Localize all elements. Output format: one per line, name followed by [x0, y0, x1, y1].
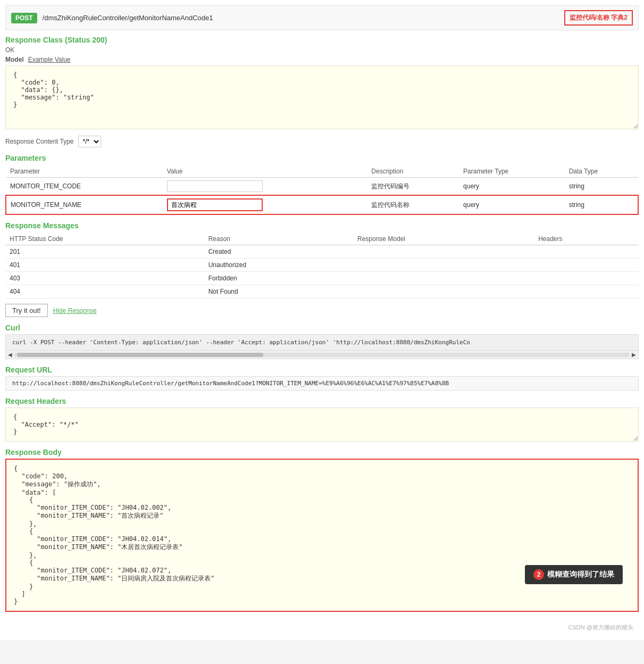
response-messages-title: Response Messages — [5, 221, 639, 230]
resp-row-401: 401 Unauthorized — [5, 259, 639, 272]
model-label: Model — [5, 56, 24, 63]
response-messages-section: Response Messages HTTP Status Code Reaso… — [5, 221, 639, 317]
rct-label: Response Content Type — [5, 138, 74, 145]
headers-404 — [534, 285, 639, 298]
col-parameter-type: Parameter Type — [459, 165, 565, 178]
example-value-tab[interactable]: Example Value — [28, 56, 71, 63]
status-401: 401 — [5, 259, 204, 272]
param-value-code[interactable] — [163, 178, 367, 196]
col-parameter: Parameter — [6, 165, 163, 178]
resp-row-404: 404 Not Found — [5, 285, 639, 298]
col-reason: Reason — [204, 233, 353, 245]
param-desc-name: 监控代码名称 — [367, 195, 459, 214]
response-body-content: { "code": 200, "message": "操作成功", "data"… — [5, 459, 639, 612]
param-row-code: MONITOR_ITEM_CODE 监控代码编号 query string — [6, 178, 638, 196]
param-input-name[interactable] — [167, 198, 263, 211]
request-headers-section: Request Headers { "Accept": "*/*" } — [5, 397, 639, 442]
request-headers-title: Request Headers — [5, 397, 639, 405]
request-url-content: http://localhost:8080/dmsZhiKongRuleCont… — [5, 376, 639, 391]
response-class-title: Response Class (Status 200) — [5, 36, 639, 44]
headers-401 — [534, 259, 639, 272]
resp-row-201: 201 Created — [5, 245, 639, 259]
param-dtype-code: string — [565, 178, 638, 196]
response-messages-table: HTTP Status Code Reason Response Model H… — [5, 233, 639, 298]
post-url: /dmsZhiKongRuleController/getMonitorName… — [43, 14, 564, 22]
headers-201 — [534, 245, 639, 259]
param-input-code[interactable] — [167, 180, 263, 192]
request-url-section: Request URL http://localhost:8080/dmsZhi… — [5, 366, 639, 391]
param-type-code: query — [459, 178, 565, 196]
response-body-section: Response Body { "code": 200, "message": … — [5, 448, 639, 612]
reason-403: Forbidden — [204, 272, 353, 285]
curl-scrollbar[interactable]: ◀ ▶ — [5, 351, 639, 359]
model-tabs: Model Example Value — [5, 56, 639, 63]
response-class-section: Response Class (Status 200) OK Model Exa… — [5, 36, 639, 129]
annotation-2-text: 模糊查询得到了结果 — [547, 570, 614, 579]
model-404 — [353, 285, 534, 298]
parameters-title: Parameters — [5, 154, 639, 162]
annotation-2: 2 模糊查询得到了结果 — [525, 565, 623, 584]
status-403: 403 — [5, 272, 204, 285]
parameters-section: Parameters Parameter Value Description P… — [5, 154, 639, 215]
reason-201: Created — [204, 245, 353, 259]
param-type-name: query — [459, 195, 565, 214]
col-headers: Headers — [534, 233, 639, 245]
status-201: 201 — [5, 245, 204, 259]
curl-content: curl -X POST --header 'Content-Type: app… — [5, 334, 639, 351]
param-dtype-name: string 1 第一次 只输入Name — [565, 195, 638, 214]
reason-401: Unauthorized — [204, 259, 353, 272]
parameters-table: Parameter Value Description Parameter Ty… — [5, 165, 639, 215]
col-description: Description — [367, 165, 459, 178]
col-response-model: Response Model — [353, 233, 534, 245]
model-403 — [353, 272, 534, 285]
reason-404: Not Found — [204, 285, 353, 298]
response-content-type-section: Response Content Type */* — [5, 136, 639, 147]
curl-section: Curl curl -X POST --header 'Content-Type… — [5, 323, 639, 359]
status-404: 404 — [5, 285, 204, 298]
resp-row-403: 403 Forbidden — [5, 272, 639, 285]
param-name-code: MONITOR_ITEM_CODE — [6, 178, 163, 196]
curl-title: Curl — [5, 323, 639, 332]
request-headers-content: { "Accept": "*/*" } — [5, 408, 639, 442]
col-value: Value — [163, 165, 367, 178]
method-badge: POST — [11, 13, 37, 23]
try-it-out-button[interactable]: Try it out! — [5, 304, 48, 317]
param-name-name: MONITOR_ITEM_NAME — [6, 195, 163, 214]
post-bar: POST /dmsZhiKongRuleController/getMonito… — [5, 5, 639, 30]
response-class-status: OK — [5, 46, 639, 54]
rct-select[interactable]: */* — [78, 136, 101, 147]
scroll-left-arrow[interactable]: ◀ — [8, 352, 12, 358]
model-201 — [353, 245, 534, 259]
scroll-right-arrow[interactable]: ▶ — [632, 352, 636, 358]
buttons-row: Try it out! Hide Response — [5, 304, 639, 317]
param-row-name: MONITOR_ITEM_NAME 监控代码名称 query string 1 … — [6, 195, 638, 214]
headers-403 — [534, 272, 639, 285]
response-body-title: Response Body — [5, 448, 639, 456]
col-data-type: Data Type — [565, 165, 638, 178]
scrollbar-thumb — [17, 353, 263, 357]
param-desc-code: 监控代码编号 — [367, 178, 459, 196]
response-body-container: { "code": 200, "message": "操作成功", "data"… — [5, 459, 639, 612]
param-value-name[interactable] — [163, 195, 367, 214]
scrollbar-track[interactable] — [14, 353, 630, 357]
response-class-code: { "code": 0, "data": {}, "message": "str… — [5, 65, 639, 129]
csdn-watermark: CSDN @努力搬砖的猪头 — [0, 618, 644, 635]
annotation-circle-2: 2 — [533, 569, 544, 580]
post-tag: 监控代码/名称 字典2 — [564, 10, 633, 26]
request-url-title: Request URL — [5, 366, 639, 374]
hide-response-button[interactable]: Hide Response — [53, 307, 97, 314]
col-http-status: HTTP Status Code — [5, 233, 204, 245]
model-401 — [353, 259, 534, 272]
